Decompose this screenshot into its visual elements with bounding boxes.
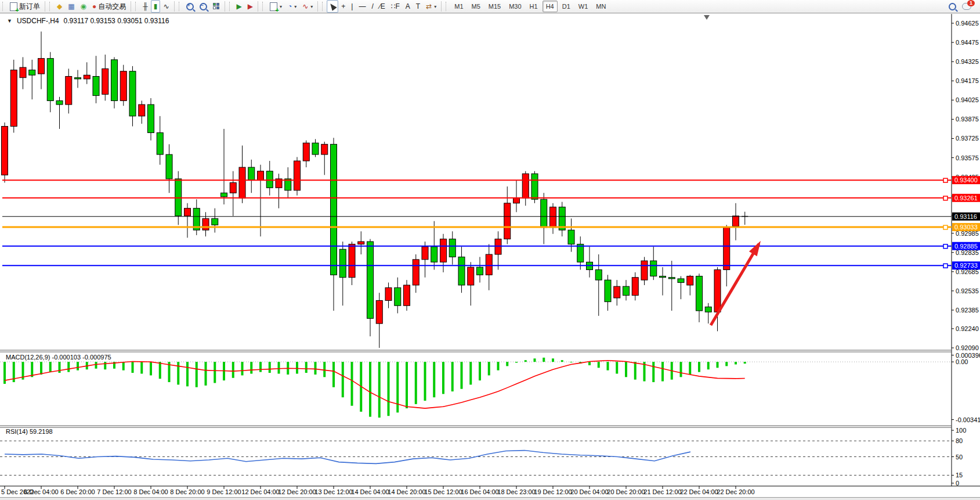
search-button[interactable] (946, 0, 959, 13)
macd-histogram-bar (186, 362, 189, 386)
page-plus-icon (270, 2, 277, 11)
toolbar-group-handle (2, 2, 6, 11)
line-chart-button[interactable]: ∿ (160, 0, 172, 13)
macd-histogram-bar (543, 358, 545, 362)
candle-body (129, 71, 136, 116)
macd-histogram-bar (49, 362, 52, 372)
time-tick-label: 12 Dec 04:00 (241, 488, 279, 495)
candle-body (422, 247, 428, 260)
autotrade-button[interactable]: ●自动交易 (89, 0, 129, 13)
macd-histogram-bar (561, 360, 563, 362)
auto-scroll-icon: ▶ (237, 3, 242, 10)
time-tick-label: 22 Dec 20:00 (717, 488, 754, 495)
candle-body (440, 239, 447, 262)
candle-body (157, 133, 163, 154)
timeframe-button-w1[interactable]: W1 (575, 1, 592, 12)
chart-canvas[interactable]: 0.946250.944750.943250.941750.940250.938… (0, 13, 980, 500)
candle-body (139, 105, 145, 116)
period-dropdown-button[interactable]: ◔▾ (285, 0, 299, 13)
macd-histogram-bar (278, 362, 280, 373)
fibonacci-button[interactable]: ∷F (388, 0, 403, 13)
timeframe-button-m30[interactable]: M30 (505, 1, 525, 12)
candlestick-chart-button[interactable]: ▮ (151, 0, 161, 13)
data-window-icon-button[interactable]: ▦ (65, 0, 77, 13)
candle (2, 123, 8, 183)
notifications-button[interactable]: 1 (959, 0, 974, 13)
macd-histogram-bar (140, 362, 143, 373)
navigator-icon-button[interactable]: ◉ (78, 0, 89, 13)
cursor-button[interactable] (327, 0, 338, 13)
macd-histogram-bar (59, 362, 61, 373)
hline-handle[interactable] (943, 178, 948, 182)
price-tick-label: 0.94475 (956, 39, 979, 46)
hline-handle[interactable] (943, 264, 948, 268)
macd-histogram-bar (77, 362, 79, 370)
market-watch-icon-button[interactable]: ◆ (54, 0, 65, 13)
macd-histogram-bar (150, 362, 152, 375)
timeframe-button-d1[interactable]: D1 (559, 1, 574, 12)
macd-histogram-bar (214, 362, 216, 383)
hline-handle[interactable] (943, 196, 948, 200)
toolbar-group-handle (322, 2, 326, 11)
text-button[interactable]: A (403, 0, 413, 13)
toolbar: 新订单◆▦◉●自动交易╫▮∿+−▶▶▾◔▾∿▾+|—/∕E∷FAT⇄▾M1M5M… (0, 0, 980, 13)
auto-scroll-button[interactable]: ▶ (234, 0, 245, 13)
chart-shift-icon: ▶ (248, 3, 253, 10)
line-chart-icon: ∿ (163, 3, 169, 10)
candle-body (458, 257, 465, 285)
candle-body (678, 279, 684, 283)
one-click-trading-toggle-icon[interactable]: ▼ (7, 18, 12, 24)
channel-button[interactable]: ∕E (377, 0, 388, 13)
macd-histogram-bar (205, 362, 207, 386)
timeframe-button-h1[interactable]: H1 (526, 1, 541, 12)
tile-windows-icon (213, 3, 220, 10)
bar-chart-button[interactable]: ╫ (140, 0, 151, 13)
chart-shift-button[interactable]: ▶ (245, 0, 256, 13)
new-chart-dropdown-button[interactable]: ▾ (267, 0, 285, 13)
hline-handle[interactable] (943, 225, 948, 229)
search-icon (949, 3, 956, 10)
trendline-button[interactable]: / (368, 0, 376, 13)
tile-windows-button[interactable] (210, 0, 223, 13)
timeframe-button-m5[interactable]: M5 (468, 1, 484, 12)
timeframe-button-mn[interactable]: MN (592, 1, 609, 12)
zoom-out-button[interactable]: − (197, 0, 210, 13)
candle-body (541, 199, 547, 228)
arrows-dropdown-button[interactable]: ⇄▾ (423, 0, 439, 13)
indicators-dropdown-button[interactable]: ∿▾ (299, 0, 316, 13)
timeframe-button-m1[interactable]: M1 (451, 1, 467, 12)
hline-handle[interactable] (943, 244, 948, 249)
macd-histogram-bar (442, 362, 444, 394)
price-badge-label: 0.93033 (954, 224, 978, 231)
toolbar-separator (317, 1, 318, 12)
new-order-button[interactable]: 新订单 (7, 0, 43, 13)
macd-histogram-bar (314, 362, 317, 375)
candle-body (705, 307, 711, 312)
vline-icon: | (351, 3, 353, 10)
macd-histogram-bar (67, 362, 70, 372)
candle-body (20, 67, 26, 78)
candle (120, 65, 126, 106)
chat-bubble-icon: 1 (962, 3, 971, 10)
macd-histogram-bar (469, 362, 472, 384)
vline-button[interactable]: | (348, 0, 356, 13)
hline-button[interactable]: — (356, 0, 368, 13)
macd-histogram-bar (607, 362, 609, 370)
zoom-in-button[interactable]: + (183, 0, 197, 13)
candle (294, 157, 301, 195)
timeframe-button-h4[interactable]: H4 (543, 1, 558, 12)
time-tick-label: 14 Dec 04:00 (351, 488, 389, 495)
text-label-button[interactable]: T (413, 0, 423, 13)
candle-body (29, 70, 35, 75)
crosshair-button[interactable]: + (338, 0, 348, 13)
macd-histogram-bar (104, 362, 106, 369)
price-tick-label: 0.92385 (956, 307, 979, 314)
price-badge-label: 0.92885 (954, 243, 978, 250)
candle-body (56, 100, 63, 105)
candle-body (258, 171, 264, 180)
macd-histogram-bar (296, 362, 298, 373)
candle-body (294, 161, 301, 190)
chart-title: ▼ USDCHF-,H4 0.93117 0.93153 0.93051 0.9… (7, 17, 169, 25)
timeframe-button-m15[interactable]: M15 (485, 1, 504, 12)
candlestick-chart-icon: ▮ (154, 3, 158, 10)
